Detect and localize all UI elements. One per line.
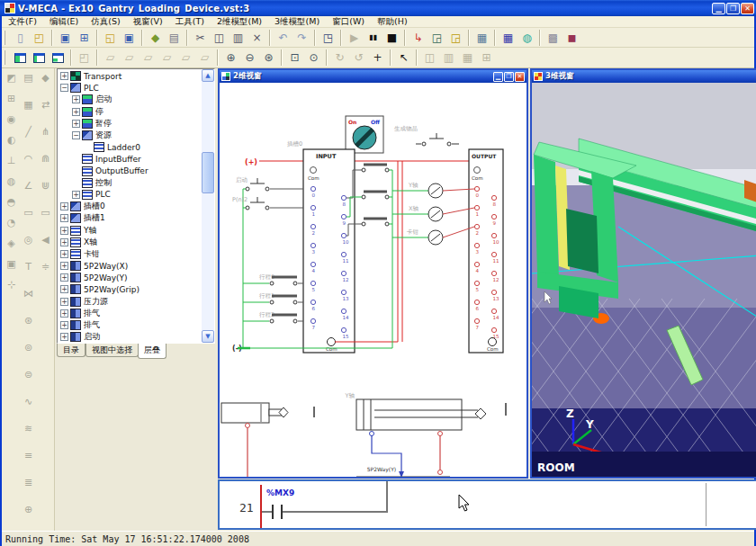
plus-label: (+): [245, 158, 257, 166]
scroll-up-icon[interactable]: ▲: [202, 69, 214, 82]
menu-item-8[interactable]: 帮助(H): [371, 16, 414, 28]
trace-connection-button[interactable]: ↳: [409, 29, 428, 47]
tree-item-PLC[interactable]: −PLC: [58, 82, 202, 94]
zoom-out-button[interactable]: ⊖: [240, 49, 259, 67]
lamp-button[interactable]: ◍: [518, 29, 536, 47]
plc-program-button[interactable]: ◳: [319, 29, 338, 47]
svg-text:X轴: X轴: [409, 205, 418, 212]
view3d-titlebar[interactable]: 3维视窗: [532, 70, 756, 83]
pause-button[interactable]: ▮▮: [364, 29, 382, 47]
print-button[interactable]: ▤: [165, 29, 184, 47]
ladder-icon: [82, 190, 93, 200]
tree-item-5P2Way(Y)[interactable]: +5P2Way(Y): [58, 272, 202, 283]
save-file-button[interactable]: ▣: [56, 29, 75, 47]
menu-item-4[interactable]: 工具(T): [169, 16, 211, 28]
push-button[interactable]: [416, 133, 459, 146]
palette-tool-icon-1-9: ⊛: [21, 313, 36, 328]
tree-item-启动[interactable]: +启动: [58, 331, 202, 343]
redo-button[interactable]: ↷: [292, 29, 311, 47]
tree-item-停[interactable]: +停: [58, 106, 202, 118]
layout-single-button[interactable]: [11, 49, 30, 67]
tree-item-排气[interactable]: +排气: [58, 319, 202, 331]
svg-text:Z: Z: [566, 407, 574, 420]
export-model-button[interactable]: ◆: [146, 29, 165, 47]
menu-item-5[interactable]: 2维模型(M): [211, 16, 268, 28]
zoom-in-button[interactable]: ⊕: [221, 49, 240, 67]
close-button[interactable]: ✕: [741, 3, 754, 14]
tree-item-InputBuffer[interactable]: InputBuffer: [58, 153, 202, 165]
grid-settings-button[interactable]: ▩: [544, 29, 562, 47]
view3d-content[interactable]: Z Y X ROOM: [532, 83, 756, 477]
maximize-button[interactable]: ❐: [726, 3, 740, 14]
monitor-table-button[interactable]: ▦: [499, 29, 518, 47]
tree-item-压力源[interactable]: +压力源: [58, 296, 202, 308]
scroll-down-icon[interactable]: ▼: [202, 330, 214, 343]
tree-item-控制[interactable]: 控制: [58, 177, 202, 189]
pn2-button[interactable]: [246, 197, 269, 210]
tree-item-PLC[interactable]: +PLC: [58, 189, 202, 201]
tree-tab-目录[interactable]: 目录: [57, 344, 86, 357]
tree-tab-视图中选择[interactable]: 视图中选择: [86, 344, 139, 357]
svg-text:12: 12: [343, 277, 349, 282]
tree-item-暂停[interactable]: +暂停: [58, 118, 202, 130]
pan-view-button[interactable]: +: [368, 49, 387, 67]
io-table-button[interactable]: ▦: [472, 29, 491, 47]
copy-button[interactable]: ◫: [210, 29, 229, 47]
ladder-strip[interactable]: 21 %MX9: [218, 479, 756, 530]
view2d-titlebar[interactable]: 2维视窗 ▁ ❐ ✕: [220, 70, 526, 83]
tree-item-5P2Way(Grip)[interactable]: +5P2Way(Grip): [58, 283, 202, 295]
limit-switches[interactable]: 行程0 行程1 行程2: [243, 273, 303, 323]
layout-split-button[interactable]: [30, 49, 49, 67]
tree-item-Ladder0[interactable]: Ladder0: [58, 141, 202, 153]
view2d-close-button[interactable]: ✕: [515, 72, 525, 82]
open-file-button[interactable]: ◰: [30, 29, 49, 47]
minimize-button[interactable]: ▁: [712, 3, 725, 14]
tree-item-卡钳[interactable]: +卡钳: [58, 248, 202, 260]
zoom-selected-button[interactable]: ⊙: [304, 49, 323, 67]
cylinder-right[interactable]: Y轴: [345, 392, 486, 477]
menu-item-0[interactable]: 文件(F): [2, 16, 43, 28]
paste-button[interactable]: ▥: [229, 29, 248, 47]
layout-quad-button[interactable]: [49, 49, 68, 67]
error-list-button[interactable]: ◲: [446, 29, 465, 47]
menu-item-3[interactable]: 视窗(V): [127, 16, 169, 28]
tree-item-插槽0[interactable]: +插槽0: [58, 201, 202, 212]
view2d-content[interactable]: (+) 插槽0 On Off 生成物品: [220, 83, 526, 477]
tree-tab-层叠[interactable]: 层叠: [138, 344, 166, 359]
tree-item-排气[interactable]: +排气: [58, 308, 202, 319]
output-coils[interactable]: Y轴 X轴 卡钳: [392, 182, 474, 245]
workspace: ◩⊞◉◐⊥◍◓◔◈▣⊹▤▦╱◠∠▭◎T⋈⊛⊚⊜∿≋≡≣⊕◆⇄⋔⋒⋓▭◀≑ +Tr…: [2, 68, 754, 531]
stop-button[interactable]: ■: [382, 29, 401, 47]
tree-item-资源[interactable]: −资源: [58, 130, 202, 141]
cylinder-left[interactable]: [221, 403, 288, 477]
zoom-extents-button[interactable]: ⊛: [259, 49, 278, 67]
cut-button[interactable]: ✂: [191, 29, 210, 47]
delete-button[interactable]: ×: [248, 29, 266, 47]
new-file-button[interactable]: ▯: [11, 29, 30, 47]
tree-item-OutputBuffer[interactable]: OutputBuffer: [58, 166, 202, 177]
report-button[interactable]: ◲: [428, 29, 446, 47]
tree-item-Transport[interactable]: +Transport: [58, 70, 202, 82]
save-all-button[interactable]: ⊞: [75, 29, 94, 47]
open-project-button[interactable]: ◱: [101, 29, 120, 47]
tree-item-启动[interactable]: +启动: [58, 94, 202, 105]
tree-item-插槽1[interactable]: +插槽1: [58, 212, 202, 224]
zoom-window-button[interactable]: ⊡: [285, 49, 304, 67]
rotary-switch[interactable]: On Off: [346, 116, 383, 153]
view2d-minimize-button[interactable]: ▁: [493, 72, 503, 82]
undo-button[interactable]: ↶: [274, 29, 292, 47]
tree-item-X轴[interactable]: +X轴: [58, 237, 202, 248]
view2d-restore-button[interactable]: ❐: [504, 72, 514, 82]
tree-item-Y轴[interactable]: +Y轴: [58, 224, 202, 236]
menu-item-2[interactable]: 仿真(S): [85, 16, 126, 28]
help-book-button[interactable]: ◼: [562, 29, 581, 47]
menu-item-1[interactable]: 编辑(E): [43, 16, 85, 28]
menu-item-7[interactable]: 窗口(W): [326, 16, 371, 28]
tree-item-5P2Way(X)[interactable]: +5P2Way(X): [58, 260, 202, 272]
menu-item-6[interactable]: 3维模型(M): [268, 16, 326, 28]
start-button[interactable]: [246, 178, 269, 191]
save-project-button[interactable]: ▣: [120, 29, 139, 47]
scroll-thumb[interactable]: [202, 152, 214, 193]
select-tool-button[interactable]: ↖: [394, 49, 413, 67]
tree-scrollbar[interactable]: ▲ ▼: [202, 69, 214, 343]
